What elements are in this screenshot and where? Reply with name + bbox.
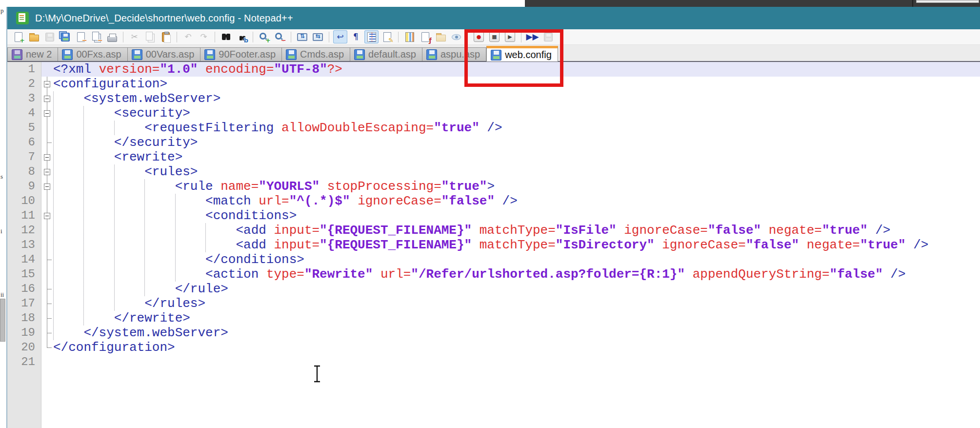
paste-icon[interactable]: [159, 30, 173, 43]
token-attr: name=: [220, 179, 259, 194]
code-text[interactable]: </configuration>: [53, 340, 980, 355]
save-all-icon[interactable]: [58, 30, 72, 43]
fold-collapse-box[interactable]: [44, 96, 50, 102]
tab-default-asp[interactable]: default.asp: [350, 47, 422, 61]
editor-line-18: 18</rewrite>: [7, 311, 980, 326]
fold-collapse-box[interactable]: [44, 110, 50, 117]
close-file-icon[interactable]: −: [74, 30, 88, 43]
function-list-badge: ƒ: [429, 37, 432, 44]
token-tag: />: [495, 194, 518, 208]
line-number: 8: [7, 164, 41, 179]
tab-00vars-asp[interactable]: 00Vars.asp: [128, 47, 201, 61]
indent-guide-icon[interactable]: [364, 30, 379, 43]
tab-90footer-asp[interactable]: 90Footer.asp: [200, 47, 282, 61]
indent-guides: [53, 179, 175, 194]
token-tag: [373, 267, 380, 282]
find-icon[interactable]: [219, 30, 233, 43]
copy-glyph: [146, 32, 153, 41]
function-list-icon[interactable]: ƒ: [418, 30, 432, 43]
code-text[interactable]: [53, 355, 980, 369]
token-tag: <system.webServer>: [83, 91, 220, 106]
fold-collapse-box[interactable]: [44, 154, 50, 161]
fold-toggle[interactable]: [41, 164, 53, 179]
token-val: "IsDirectory": [556, 238, 655, 252]
macro-record-icon[interactable]: ●: [472, 30, 486, 43]
tab-label: 90Footer.asp: [219, 49, 276, 60]
macro-play-glyph: ▶: [505, 32, 515, 42]
fold-collapse-box[interactable]: [44, 169, 50, 175]
toolbar-separator: [398, 32, 399, 42]
editor-line-7: 7<rewrite>: [7, 150, 980, 164]
open-file-icon[interactable]: [27, 30, 41, 43]
tab-web-config[interactable]: web.config: [486, 46, 558, 62]
tab-cmds-asp[interactable]: Cmds.asp: [282, 47, 350, 61]
code-text[interactable]: <add input="{REQUEST_FILENAME}" matchTyp…: [53, 238, 980, 252]
line-number: 9: [7, 179, 41, 194]
editor-area[interactable]: 1<?xml version="1.0" encoding="UTF-8"?>2…: [7, 62, 980, 428]
folder-as-workspace-icon[interactable]: [434, 30, 448, 43]
fold-collapse-box[interactable]: [44, 81, 50, 87]
code-text[interactable]: <match url="^(.*)$" ignoreCase="false" /…: [53, 194, 980, 208]
code-text[interactable]: </security>: [53, 135, 980, 150]
code-text[interactable]: <conditions>: [53, 208, 980, 223]
code-text[interactable]: </system.webServer>: [53, 326, 980, 340]
editor-empty-space[interactable]: [7, 369, 980, 428]
macro-save-icon: [541, 30, 555, 43]
show-all-characters-icon[interactable]: ¶: [349, 30, 363, 43]
code-empty[interactable]: [53, 369, 980, 428]
code-text[interactable]: <add input="{REQUEST_FILENAME}" matchTyp…: [53, 223, 980, 238]
tab-aspu-asp[interactable]: aspu.asp: [422, 47, 486, 61]
code-text[interactable]: <?xml version="1.0" encoding="UTF-8"?>: [53, 62, 980, 77]
fold-toggle[interactable]: [41, 179, 53, 194]
token-attr: input=: [274, 223, 320, 238]
code-text[interactable]: </rewrite>: [53, 311, 980, 326]
macro-run-multiple-icon[interactable]: ▶▶: [525, 30, 540, 43]
toolbar-separator: [253, 32, 253, 42]
zoom-in-icon[interactable]: +: [257, 30, 271, 43]
fold-toggle[interactable]: [41, 208, 53, 223]
code-text[interactable]: <configuration>: [53, 77, 980, 91]
fold-toggle[interactable]: [41, 106, 53, 121]
titlebar[interactable]: D:\My\OneDrive\_Decide\shortner\web.conf…: [7, 7, 980, 29]
code-text[interactable]: <system.webServer>: [53, 91, 980, 106]
word-wrap-icon[interactable]: ↩: [333, 30, 347, 43]
fold-collapse-box[interactable]: [44, 213, 50, 219]
macro-stop-icon[interactable]: ■: [487, 30, 501, 43]
code-text[interactable]: <rewrite>: [53, 150, 980, 164]
zoom-out-icon[interactable]: −: [273, 30, 287, 43]
file-saved-floppy-icon: [132, 49, 142, 60]
code-text[interactable]: </conditions>: [53, 252, 980, 267]
code-text[interactable]: <requestFiltering allowDoubleEscaping="t…: [53, 121, 980, 135]
file-saved-floppy-icon: [491, 50, 501, 61]
editor-line-3: 3<system.webServer>: [7, 91, 980, 106]
monitoring-icon[interactable]: [449, 30, 463, 43]
editor-line-17: 17</rules>: [7, 296, 980, 311]
fold-toggle[interactable]: [41, 150, 53, 164]
document-map-icon[interactable]: [402, 30, 417, 43]
fold-toggle[interactable]: [41, 91, 53, 106]
define-language-icon[interactable]: ✎: [380, 30, 394, 43]
document-map-glyph: [405, 32, 414, 42]
fold-toggle[interactable]: [41, 77, 53, 91]
code-text[interactable]: <rule name="YOURLS" stopProcessing="true…: [53, 179, 980, 194]
monitoring-glyph: [452, 34, 461, 40]
close-all-icon[interactable]: −: [89, 30, 103, 43]
code-text[interactable]: <rules>: [53, 164, 980, 179]
code-text[interactable]: <security>: [53, 106, 980, 121]
print-icon[interactable]: [105, 30, 119, 43]
macro-play-icon[interactable]: ▶: [503, 30, 517, 43]
fold-collapse-box[interactable]: [44, 183, 50, 190]
sync-vertical-scroll-icon[interactable]: [295, 30, 309, 43]
replace-icon[interactable]: b: [235, 30, 249, 43]
sync-horizontal-scroll-icon[interactable]: [311, 30, 325, 43]
code-text[interactable]: <action type="Rewrite" url="/Refer/urlsh…: [53, 267, 980, 282]
token-tag: />: [883, 267, 906, 282]
new-file-icon[interactable]: +: [11, 30, 25, 43]
code-text[interactable]: </rule>: [53, 282, 980, 296]
tab-00fxs-asp[interactable]: 00Fxs.asp: [58, 47, 127, 61]
code-text[interactable]: </rules>: [53, 296, 980, 311]
token-tag: >: [487, 179, 495, 194]
undo-icon: ↶: [181, 30, 195, 43]
fold-margin: [41, 194, 53, 208]
tab-new-2[interactable]: new 2: [7, 47, 58, 61]
